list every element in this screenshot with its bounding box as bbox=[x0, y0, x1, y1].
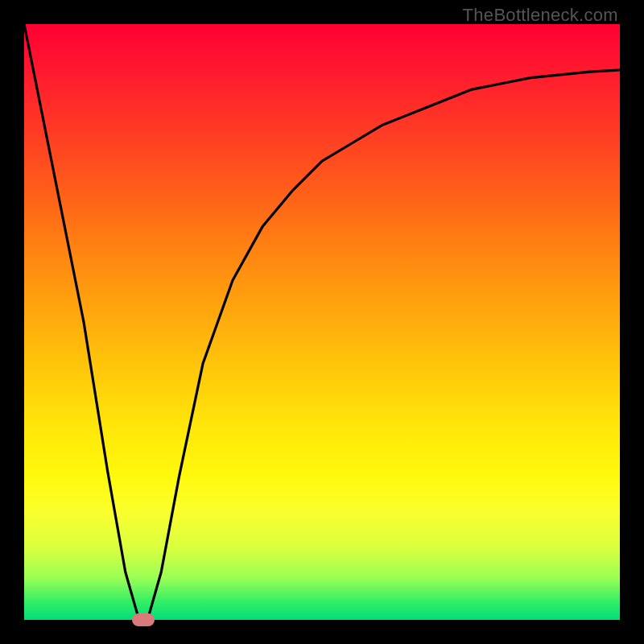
curve-path bbox=[24, 24, 620, 620]
bottleneck-curve bbox=[24, 24, 620, 620]
plot-area bbox=[24, 24, 620, 620]
watermark-text: TheBottleneck.com bbox=[463, 5, 618, 26]
chart-frame: TheBottleneck.com bbox=[0, 0, 644, 644]
optimal-marker bbox=[132, 613, 155, 626]
